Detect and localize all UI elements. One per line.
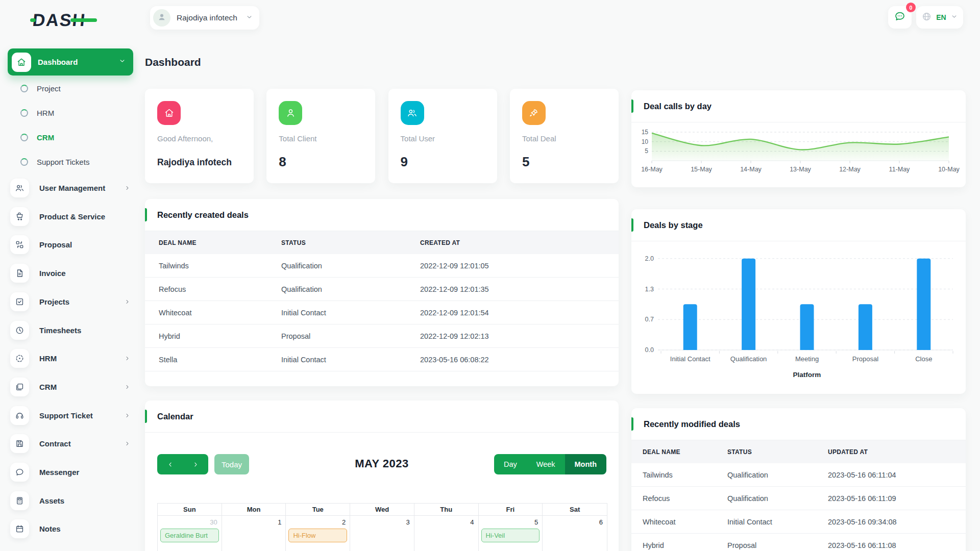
app-logo[interactable]: DASH: [33, 8, 99, 32]
panel-header: Calendar: [145, 400, 619, 433]
svg-text:Close: Close: [915, 355, 932, 363]
logo-dot-accent: [30, 18, 36, 22]
sidebar-item-messenger[interactable]: Messenger: [0, 458, 143, 486]
svg-text:Qualification: Qualification: [730, 355, 767, 363]
sidebar-item-dashboard-active[interactable]: Dashboard: [8, 48, 133, 76]
cards-icon: [10, 378, 29, 396]
sidebar-item-support-ticket[interactable]: Support Ticket: [0, 401, 143, 430]
calendar-day-cell[interactable]: 4: [414, 516, 479, 551]
table-row[interactable]: WhitecoatInitial Contact2022-12-09 12:01…: [145, 301, 619, 324]
table-row[interactable]: HybridProposal2023-05-16 06:11:08: [631, 534, 966, 551]
calendar-day-cell[interactable]: 1: [222, 516, 286, 551]
sidebar-item-notes[interactable]: Notes: [0, 514, 143, 543]
stat-card-value: 8: [279, 154, 286, 170]
svg-text:11-May: 11-May: [889, 166, 911, 173]
table-header-row: DEAL NAMESTATUSUPDATED AT: [631, 440, 966, 463]
company-avatar: [153, 9, 170, 27]
table-row[interactable]: RefocusQualification2023-05-16 06:11:09: [631, 487, 966, 510]
table-row[interactable]: StellaInitial Contact2023-05-16 06:08:22: [145, 348, 619, 371]
svg-text:5: 5: [645, 147, 648, 155]
sidebar-subitem-support-tickets[interactable]: Support Tickets: [0, 149, 153, 174]
user-icon: [279, 101, 302, 125]
table-cell: Qualification: [727, 494, 828, 503]
sidebar-item-proposal[interactable]: Proposal: [0, 230, 143, 259]
calendar-week-row: 30Geraldine Burt12Hi-Flow345Hi-Veil6: [158, 516, 607, 551]
sidebar-item-label: CRM: [39, 383, 114, 391]
table-cell: 2022-12-09 12:02:13: [420, 332, 619, 340]
table-cell: 2023-05-16 06:11:09: [828, 494, 966, 503]
sidebar-item-invoice[interactable]: Invoice: [0, 259, 143, 287]
svg-text:Proposal: Proposal: [852, 355, 878, 363]
svg-text:1.3: 1.3: [645, 286, 654, 293]
table-row[interactable]: HybridProposal2022-12-09 12:02:13: [145, 324, 619, 348]
stat-card-total-deal: Total Deal5: [510, 89, 619, 183]
calendar-event[interactable]: Hi-Veil: [481, 529, 540, 542]
sidebar-subitem-crm[interactable]: CRM: [0, 125, 153, 149]
table-row[interactable]: WhitecoatInitial Contact2023-05-16 09:34…: [631, 510, 966, 534]
column-header: STATUS: [727, 448, 828, 456]
stat-card-total-client: Total Client8: [266, 89, 375, 183]
calendar-day-cell[interactable]: 5Hi-Veil: [479, 516, 543, 551]
sidebar-item-assets[interactable]: Assets: [0, 486, 143, 515]
calendar-day-cell[interactable]: 6: [543, 516, 607, 551]
stat-card-label: Total Client: [279, 134, 316, 143]
calendar-day-cell[interactable]: 30Geraldine Burt: [158, 516, 222, 551]
column-header: DEAL NAME: [159, 239, 281, 246]
sidebar-subitem-hrm[interactable]: HRM: [0, 101, 153, 125]
calendar-day-cell[interactable]: 3: [350, 516, 414, 551]
table-cell: Whitecoat: [643, 518, 727, 526]
table-row[interactable]: TailwindsQualification2023-05-16 06:11:0…: [631, 463, 966, 487]
language-code: EN: [936, 13, 946, 21]
messages-badge: 0: [906, 3, 916, 12]
calendar-day-header: Thu: [414, 504, 479, 516]
chevron-right-icon: [124, 440, 131, 447]
floppy-icon: [10, 434, 29, 453]
table-row[interactable]: RefocusQualification2022-12-09 12:01:35: [145, 278, 619, 301]
sidebar-item-contract[interactable]: Contract: [0, 429, 143, 458]
deal-calls-by-day-title: Deal calls by day: [644, 102, 712, 111]
sidebar-item-hrm[interactable]: HRM: [0, 344, 143, 372]
table-cell: 2023-05-16 09:34:08: [828, 518, 966, 526]
sidebar-item-timesheets[interactable]: Timesheets: [0, 316, 143, 344]
recently-modified-deals-table: DEAL NAMESTATUSUPDATED ATTailwindsQualif…: [631, 440, 966, 551]
svg-text:14-May: 14-May: [740, 166, 762, 173]
sidebar-item-user-management[interactable]: User Management: [0, 173, 143, 202]
chevron-down-icon: [950, 13, 958, 22]
calendar-view-switcher: DayWeekMonth: [494, 454, 606, 474]
svg-text:12-May: 12-May: [839, 166, 861, 173]
svg-text:2.0: 2.0: [645, 255, 654, 262]
company-selector[interactable]: Rajodiya infotech: [150, 6, 259, 30]
calendar-day-header: Sun: [158, 504, 222, 516]
calendar-day-number: 4: [414, 516, 478, 527]
stat-card-value: 5: [522, 154, 529, 170]
cart-icon: [10, 207, 29, 226]
home-icon: [157, 101, 181, 125]
sidebar-subitem-project[interactable]: Project: [0, 76, 153, 101]
svg-text:10-May: 10-May: [938, 166, 960, 173]
messages-button[interactable]: 0: [888, 6, 912, 29]
swap-icon: [10, 235, 29, 254]
sidebar-subitem-label: CRM: [37, 133, 54, 142]
clock-icon: [10, 321, 29, 340]
chevron-right-icon: [124, 384, 131, 390]
table-cell: Initial Contact: [727, 518, 828, 526]
sidebar-item-product-service[interactable]: Product & Service: [0, 202, 143, 231]
column-header: UPDATED AT: [828, 448, 966, 456]
calendar-event[interactable]: Hi-Flow: [288, 529, 347, 542]
svg-text:15-May: 15-May: [691, 166, 712, 173]
calendar-day-cell[interactable]: 2Hi-Flow: [286, 516, 350, 551]
sidebar-item-projects[interactable]: Projects: [0, 287, 143, 316]
table-row[interactable]: TailwindsQualification2022-12-09 12:01:0…: [145, 254, 619, 278]
calendar-view-week-button[interactable]: Week: [527, 454, 565, 474]
svg-text:0.7: 0.7: [645, 316, 654, 323]
bullet-ring-icon: [20, 85, 28, 92]
table-cell: Tailwinds: [159, 262, 281, 270]
sidebar-item-crm[interactable]: CRM: [0, 372, 143, 401]
language-selector[interactable]: EN: [916, 6, 963, 29]
calendar-view-day-button[interactable]: Day: [494, 454, 527, 474]
panel-header: Deals by stage: [631, 209, 966, 241]
calendar-view-month-button[interactable]: Month: [565, 454, 606, 474]
calendar-event[interactable]: Geraldine Burt: [160, 529, 219, 542]
deals-by-stage-panel: Deals by stage 0.00.71.32.0Initial Conta…: [631, 209, 966, 394]
chevron-right-icon: [124, 298, 131, 305]
